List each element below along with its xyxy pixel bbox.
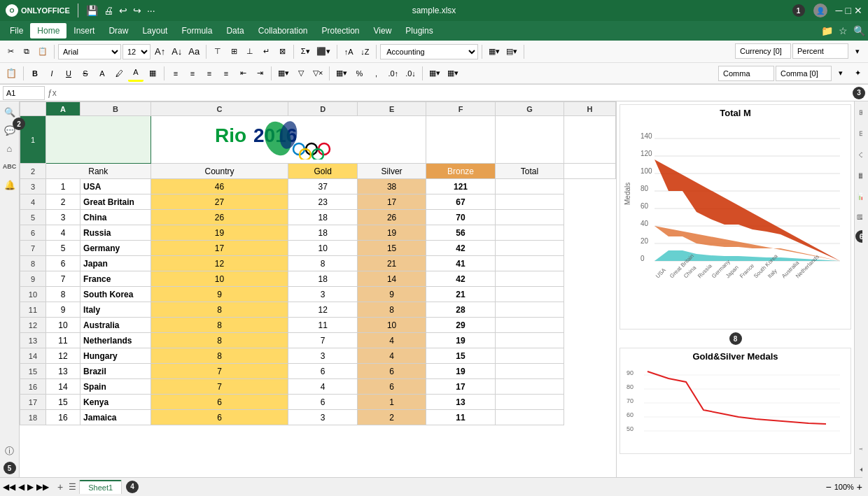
- menu-protection[interactable]: Protection: [315, 23, 367, 38]
- cell-a1[interactable]: [46, 116, 150, 164]
- cell-country-header[interactable]: Country: [150, 164, 288, 179]
- font-color-btn[interactable]: A: [94, 65, 110, 82]
- thousand-sep-btn[interactable]: ,: [368, 65, 384, 82]
- print-icon[interactable]: 🖨: [104, 5, 113, 16]
- menu-layout[interactable]: Layout: [135, 23, 174, 38]
- cell-silver-header[interactable]: Silver: [357, 164, 426, 179]
- star-icon[interactable]: ☆: [839, 25, 848, 36]
- cell-bronze-header[interactable]: Bronze: [426, 164, 495, 179]
- comma0-btn[interactable]: Comma [0]: [776, 66, 832, 81]
- halign-center-btn[interactable]: ≡: [185, 65, 200, 82]
- menu-data[interactable]: Data: [219, 23, 251, 38]
- col-header-b[interactable]: B: [80, 102, 151, 116]
- cell-total-header[interactable]: Total: [495, 164, 564, 179]
- cut-btn[interactable]: ✂: [3, 43, 18, 60]
- format-dropdown[interactable]: Accounting: [380, 44, 478, 59]
- col-header-g[interactable]: G: [495, 102, 564, 116]
- indent-inc-btn[interactable]: ⇥: [252, 65, 267, 82]
- wrap-text-btn[interactable]: ↵: [258, 43, 274, 60]
- cond-format-btn[interactable]: ▦▾: [486, 43, 503, 60]
- more-icon[interactable]: ···: [147, 5, 155, 16]
- dec-inc-btn[interactable]: .0↑: [385, 65, 401, 82]
- fill-color-btn[interactable]: A: [128, 65, 144, 82]
- add-sheet-btn[interactable]: +: [55, 481, 66, 493]
- sum-btn[interactable]: Σ▾: [298, 43, 313, 60]
- align-top-btn[interactable]: ⊤: [210, 43, 225, 60]
- undo-icon[interactable]: ↩: [119, 5, 127, 16]
- align-bottom-btn[interactable]: ⊥: [242, 43, 258, 60]
- sidebar-home-icon[interactable]: ⌂: [2, 141, 18, 156]
- nav-next-btn[interactable]: ▶: [27, 482, 34, 492]
- zoom-plus-btn[interactable]: +: [857, 481, 862, 493]
- nav-last-btn[interactable]: ▶▶: [36, 482, 49, 492]
- sidebar-bell-icon[interactable]: 🔔: [2, 177, 18, 192]
- save-icon[interactable]: 💾: [86, 5, 98, 16]
- magic-btn[interactable]: ✦: [850, 65, 865, 82]
- percent-btn[interactable]: Percent: [792, 43, 848, 59]
- avatar-icon[interactable]: 👤: [813, 3, 827, 17]
- strikethrough-btn[interactable]: S: [78, 65, 93, 82]
- sort-asc-btn[interactable]: ↑A: [341, 43, 356, 60]
- close-btn[interactable]: ✕: [854, 5, 862, 16]
- minimize-btn[interactable]: ─: [836, 5, 843, 16]
- menu-file[interactable]: File: [3, 23, 30, 38]
- cell-format-btn[interactable]: ▦▾: [426, 65, 443, 82]
- cell-h2[interactable]: [564, 164, 616, 179]
- italic-btn[interactable]: I: [44, 65, 59, 82]
- num-format-btn[interactable]: ▦▾: [333, 65, 350, 82]
- cell-h1[interactable]: [564, 116, 616, 164]
- rows-btn[interactable]: ▦▾: [444, 65, 461, 82]
- font-family-select[interactable]: Arial: [58, 44, 121, 59]
- grid-area[interactable]: A B C D E F G H 1: [20, 101, 616, 477]
- cell-g1[interactable]: [495, 116, 564, 164]
- sort-desc-btn[interactable]: ↓Z: [357, 43, 372, 60]
- sheet-tab-1[interactable]: Sheet1: [79, 480, 122, 494]
- currency-btn[interactable]: Currency [0]: [735, 43, 791, 59]
- col-header-c[interactable]: C: [150, 102, 288, 116]
- menu-insert[interactable]: Insert: [66, 23, 102, 38]
- halign-left-btn[interactable]: ≡: [168, 65, 183, 82]
- nav-arrows[interactable]: ◀◀ ◀ ▶ ▶▶: [0, 482, 52, 492]
- cell-gold-header[interactable]: Gold: [288, 164, 357, 179]
- halign-right-btn[interactable]: ≡: [202, 65, 217, 82]
- sidebar-info-icon[interactable]: ⓘ: [2, 444, 18, 459]
- cell-style-btn[interactable]: ▦▾: [275, 65, 292, 82]
- formula-input[interactable]: [59, 86, 850, 100]
- bold-btn[interactable]: B: [27, 65, 43, 82]
- col-header-f[interactable]: F: [426, 102, 495, 116]
- row2-dropdown-btn[interactable]: ▾: [833, 65, 848, 82]
- menu-formula[interactable]: Formula: [174, 23, 219, 38]
- cell-f1[interactable]: [426, 116, 495, 164]
- open-folder-icon[interactable]: 📁: [821, 25, 833, 36]
- zoom-minus-btn[interactable]: −: [825, 481, 831, 493]
- font-reset-btn[interactable]: Aa: [186, 43, 202, 60]
- merge-btn[interactable]: ⊠: [274, 43, 290, 60]
- cell-rank-header[interactable]: Rank: [46, 164, 150, 179]
- menu-home[interactable]: Home: [30, 23, 66, 38]
- cell-reference[interactable]: [3, 86, 45, 100]
- nav-first-btn[interactable]: ◀◀: [3, 482, 15, 492]
- nav-prev-btn[interactable]: ◀: [18, 482, 24, 492]
- borders-btn[interactable]: ▦: [145, 65, 160, 82]
- col-header-d[interactable]: D: [288, 102, 357, 116]
- paste-special-btn[interactable]: 📋: [3, 65, 20, 82]
- halign-justify-btn[interactable]: ≡: [218, 65, 234, 82]
- menu-plugins[interactable]: Plugins: [398, 23, 440, 38]
- redo-icon[interactable]: ↪: [133, 5, 141, 16]
- menu-draw[interactable]: Draw: [102, 23, 135, 38]
- menu-collaboration[interactable]: Collaboration: [251, 23, 315, 38]
- font-size-select[interactable]: 12: [122, 44, 150, 59]
- indent-dec-btn[interactable]: ⇤: [235, 65, 251, 82]
- dec-dec-btn[interactable]: .0↓: [402, 65, 419, 82]
- sidebar-abc-icon[interactable]: ABC: [2, 159, 18, 174]
- maximize-btn[interactable]: □: [846, 5, 851, 16]
- font-inc-btn[interactable]: A↑: [152, 43, 168, 60]
- col-header-e[interactable]: E: [357, 102, 426, 116]
- col-header-a[interactable]: A: [46, 102, 80, 116]
- filter-btn[interactable]: ▽: [293, 65, 309, 82]
- font-dec-btn[interactable]: A↓: [169, 43, 185, 60]
- percent-num-btn[interactable]: %: [351, 65, 367, 82]
- comma-btn[interactable]: Comma: [718, 66, 774, 81]
- fill-btn[interactable]: ⬛▾: [314, 43, 333, 60]
- format-dropdown-arrow[interactable]: ▾: [850, 43, 865, 60]
